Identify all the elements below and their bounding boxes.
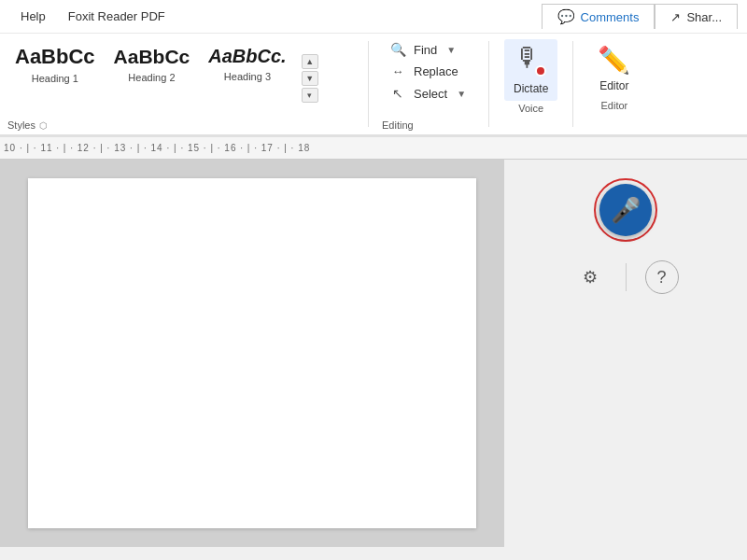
- comments-icon: 💬: [557, 8, 575, 25]
- heading3-label: Heading 3: [224, 71, 271, 82]
- right-panel: 🎤 ⚙ ?: [504, 160, 747, 547]
- ruler-content: 10 · | · 11 · | · 12 · | · 13 · | · 14 ·…: [4, 143, 747, 153]
- document-page: [28, 178, 476, 528]
- help-button[interactable]: ?: [645, 260, 679, 294]
- divider-voice-editor: [572, 41, 573, 127]
- share-tab[interactable]: ↗ Shar...: [655, 4, 738, 29]
- style-heading2[interactable]: AaBbCc Heading 2: [106, 39, 198, 118]
- dictate-icon: 🎙: [514, 45, 548, 78]
- settings-icon: ⚙: [583, 267, 598, 287]
- select-button[interactable]: ↖ Select ▼: [382, 83, 475, 104]
- divider-styles-editing: [368, 41, 369, 127]
- select-label: Select: [414, 87, 447, 101]
- help-icon: ?: [656, 268, 666, 287]
- editor-label: Editor: [599, 79, 628, 92]
- scroll-down-arrow[interactable]: ▼: [302, 71, 318, 86]
- find-label: Find: [414, 43, 437, 57]
- dictate-record-dot: [535, 65, 546, 77]
- heading2-preview: AaBbCc: [114, 45, 190, 68]
- find-button[interactable]: 🔍 Find ▼: [382, 39, 475, 60]
- panel-icons: ⚙ ?: [573, 260, 679, 294]
- mic-active-icon: 🎤: [611, 196, 641, 225]
- editing-section: 🔍 Find ▼ ↔ Replace ↖ Select ▼ Editing: [373, 34, 485, 134]
- heading3-preview: AaBbCc.: [208, 45, 286, 67]
- ruler: 10 · | · 11 · | · 12 · | · 13 · | · 14 ·…: [0, 137, 747, 160]
- document-area: [0, 160, 504, 547]
- dictate-button[interactable]: 🎙 Dictate: [504, 39, 557, 101]
- select-arrow: ▼: [457, 89, 466, 99]
- heading1-label: Heading 1: [32, 73, 78, 84]
- ruler-marks: 10 · | · 11 · | · 12 · | · 13 · | · 14 ·…: [4, 143, 310, 153]
- menu-help[interactable]: Help: [9, 6, 57, 27]
- editor-section-label: Editor: [600, 98, 627, 115]
- share-label: Shar...: [686, 10, 722, 24]
- voice-section-label: Voice: [518, 101, 543, 118]
- settings-button[interactable]: ⚙: [573, 260, 607, 294]
- styles-expand-icon[interactable]: ⬡: [39, 120, 48, 131]
- ribbon-row: AaBbCc Heading 1 AaBbCc Heading 2 AaBbCc…: [0, 34, 747, 136]
- dictate-label: Dictate: [514, 82, 548, 95]
- style-heading1[interactable]: AaBbCc Heading 1: [7, 39, 103, 118]
- styles-section: AaBbCc Heading 1 AaBbCc Heading 2 AaBbCc…: [0, 34, 364, 134]
- style-heading3[interactable]: AaBbCc. Heading 3: [201, 39, 293, 118]
- comments-tab[interactable]: 💬 Comments: [542, 4, 655, 29]
- scroll-expand-arrow[interactable]: ▾: [302, 88, 318, 103]
- editing-items: 🔍 Find ▼ ↔ Replace ↖ Select ▼: [382, 39, 475, 118]
- voice-label-text: Voice: [518, 103, 543, 114]
- divider-editing-voice: [488, 41, 489, 127]
- editing-label-text: Editing: [382, 119, 414, 131]
- panel-divider: [626, 263, 627, 291]
- editor-button[interactable]: ✏️ Editor: [588, 39, 640, 98]
- scroll-up-arrow[interactable]: ▲: [302, 54, 318, 69]
- mic-active-container: 🎤: [594, 178, 657, 242]
- replace-label: Replace: [414, 64, 458, 78]
- top-right-tabs: 💬 Comments ↗ Shar...: [542, 4, 738, 29]
- editor-icon: ✏️: [598, 45, 630, 76]
- editor-section: ✏️ Editor Editor: [577, 34, 651, 134]
- replace-icon: ↔: [389, 64, 406, 78]
- select-icon: ↖: [389, 86, 406, 101]
- menu-foxit[interactable]: Foxit Reader PDF: [57, 6, 176, 27]
- menu-bar: Help Foxit Reader PDF 💬 Comments ↗ Shar.…: [0, 0, 747, 34]
- styles-scroll-arrows: ▲ ▼ ▾: [298, 39, 322, 118]
- comments-label: Comments: [581, 10, 640, 24]
- mic-active-button[interactable]: 🎤: [599, 184, 652, 236]
- voice-section: 🎙 Dictate Voice: [493, 34, 569, 134]
- heading2-label: Heading 2: [128, 72, 175, 83]
- editor-label-text: Editor: [600, 100, 627, 111]
- styles-label-text: Styles: [7, 119, 35, 131]
- replace-button[interactable]: ↔ Replace: [382, 62, 475, 81]
- editing-section-label: Editing: [382, 118, 475, 134]
- main-area: 🎤 ⚙ ?: [0, 160, 747, 547]
- find-arrow: ▼: [446, 45, 456, 55]
- share-icon: ↗: [670, 10, 681, 24]
- find-icon: 🔍: [389, 42, 406, 57]
- styles-section-label: Styles ⬡: [7, 118, 357, 134]
- styles-items: AaBbCc Heading 1 AaBbCc Heading 2 AaBbCc…: [7, 39, 357, 118]
- heading1-preview: AaBbCc: [15, 45, 95, 69]
